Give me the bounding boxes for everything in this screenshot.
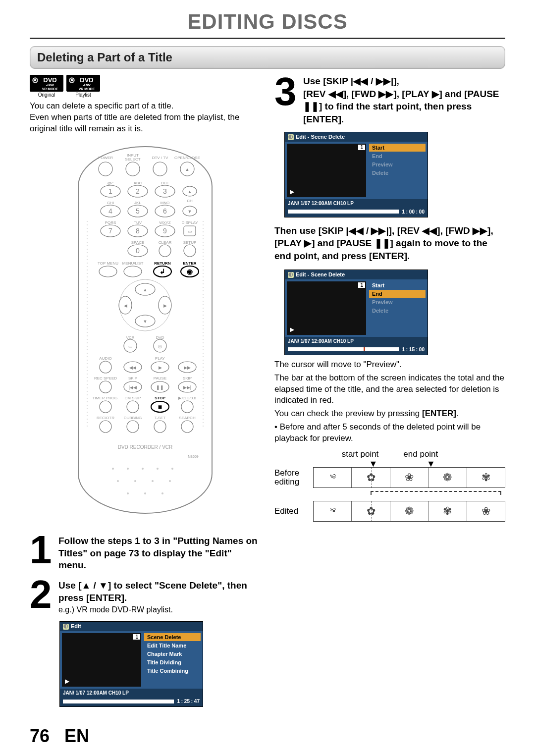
end-point-label: end point [403, 449, 438, 459]
svg-text:▲: ▲ [143, 287, 148, 292]
svg-text:▲: ▲ [185, 167, 190, 172]
step-3-number: 3 [274, 75, 298, 126]
svg-point-53 [159, 245, 171, 257]
svg-text:▼: ▼ [188, 209, 192, 214]
play-icon: ▶ [290, 326, 294, 333]
svg-point-130 [161, 492, 163, 494]
svg-text:5: 5 [136, 207, 140, 215]
svg-point-60 [124, 266, 142, 277]
disc-icon [288, 134, 294, 140]
svg-point-120 [127, 468, 129, 470]
start-point-label: start point [342, 449, 379, 459]
svg-point-113 [100, 421, 111, 432]
svg-text:DUBBING: DUBBING [124, 416, 142, 420]
svg-text:▭: ▭ [188, 229, 192, 234]
opt-preview: Preview [369, 161, 426, 168]
svg-point-122 [157, 468, 159, 470]
editing-diagram: start point end point ▼ ▼ Before editing… [274, 449, 505, 522]
osd-preview: 1 ▶ [62, 633, 141, 687]
osd-time: 1 : 15 : 00 [402, 347, 425, 352]
svg-text:▶: ▶ [159, 365, 162, 370]
svg-point-126 [152, 480, 154, 482]
after-text-4: • Before and after 5 seconds of the dele… [274, 422, 505, 444]
svg-point-119 [112, 468, 114, 470]
svg-text:DEF: DEF [161, 181, 169, 185]
svg-point-108 [181, 401, 193, 413]
svg-point-104 [100, 401, 111, 413]
svg-point-5 [126, 162, 140, 176]
opt-start: Start [369, 281, 426, 289]
svg-point-54 [184, 245, 196, 257]
step-1-number: 1 [30, 533, 54, 572]
svg-point-8 [153, 162, 167, 176]
svg-point-121 [142, 468, 144, 470]
svg-text:REC/OTR: REC/OTR [97, 416, 114, 420]
after-text-1: The cursor will move to "Preview". [274, 359, 505, 371]
svg-text:POWER: POWER [98, 156, 113, 160]
osd-time: 1 : 25 : 47 [177, 699, 200, 704]
svg-text:MENU/LIST: MENU/LIST [122, 261, 144, 266]
edited-label: Edited [274, 507, 313, 516]
svg-text:0: 0 [136, 247, 140, 255]
osd-scene-delete-start: Edit - Scene Delete 1 ▶ Start End Previe… [284, 132, 428, 217]
svg-text:❚❚: ❚❚ [156, 385, 164, 390]
dvd-badge-playlist: DVD -RW VR MODE [66, 75, 100, 92]
step-1-text: Follow the steps 1 to 3 in "Putting Name… [58, 533, 261, 572]
svg-text:8: 8 [136, 227, 140, 235]
svg-text:NB659: NB659 [188, 455, 199, 458]
osd-progress-bar [288, 347, 399, 351]
step-3-text: Use [SKIP |◀◀ / ▶▶|], [REV ◀◀], [FWD ▶▶]… [303, 75, 505, 126]
svg-text:T-SET: T-SET [155, 416, 166, 420]
play-icon: ▶ [65, 678, 69, 685]
opt-delete: Delete [369, 307, 426, 315]
svg-point-124 [117, 480, 119, 482]
svg-text:CH: CH [187, 199, 193, 203]
osd-progress-bar [288, 210, 399, 214]
svg-text:TIMER PROG.: TIMER PROG. [93, 396, 119, 400]
osd-time: 1 : 00 : 00 [402, 209, 425, 215]
svg-text:PQRS: PQRS [105, 220, 116, 225]
step-3: 3 Use [SKIP |◀◀ / ▶▶|], [REV ◀◀], [FWD ▶… [274, 75, 505, 126]
svg-text:TUV: TUV [134, 220, 142, 225]
left-column: DVD -RW VR MODE Original DVD -RW VR MODE… [30, 75, 261, 711]
svg-point-93 [100, 381, 111, 393]
opt-start: Start [369, 144, 426, 152]
svg-text:▭: ▭ [128, 344, 133, 349]
osd-edit-menu: Edit 1 ▶ Scene Delete Edit Title Name Ch… [59, 621, 203, 707]
svg-text:▶▶|: ▶▶| [183, 385, 191, 390]
svg-text:REC SPEED: REC SPEED [94, 376, 117, 380]
osd-info: JAN/ 1/07 12:00AM CH10 LP [285, 199, 428, 208]
svg-text:◉: ◉ [187, 268, 193, 275]
svg-text:7: 7 [108, 227, 112, 235]
svg-text:ABC: ABC [134, 181, 142, 185]
osd-info: JAN/ 1/07 12:00AM CH10 LP [60, 689, 203, 697]
svg-point-105 [127, 401, 139, 413]
opt-preview: Preview [369, 298, 426, 306]
step-2: 2 Use [▲ / ▼] to select "Scene Delete", … [30, 578, 261, 615]
page-footer: 76 EN [30, 726, 505, 747]
svg-text:@/:: @/: [107, 181, 114, 185]
svg-text:▲: ▲ [188, 189, 192, 194]
opt-scene-delete: Scene Delete [144, 633, 201, 641]
svg-text:PLAY: PLAY [155, 356, 165, 361]
remote-illustration: .btn-o{fill:#fff;stroke:#777;stroke-widt… [30, 142, 261, 520]
step-2-subtext: e.g.) VR mode DVD-RW playlist. [58, 605, 261, 615]
svg-point-59 [99, 266, 117, 277]
svg-text:2: 2 [136, 187, 140, 195]
opt-edit-title-name: Edit Title Name [144, 642, 201, 649]
opt-chapter-mark: Chapter Mark [144, 650, 201, 658]
svg-text:◎: ◎ [158, 344, 162, 349]
svg-text:GHI: GHI [107, 201, 114, 205]
play-icon: ▶ [290, 188, 294, 195]
svg-text:9: 9 [163, 227, 167, 235]
svg-text:◀: ◀ [124, 303, 127, 308]
right-column: 3 Use [SKIP |◀◀ / ▶▶|], [REV ◀◀], [FWD ▶… [274, 75, 505, 711]
dvd-badge-original: DVD -RW VR MODE [30, 75, 63, 92]
svg-text:TOP MENU: TOP MENU [98, 261, 118, 266]
intro-text: You can delete a specific part of a titl… [30, 101, 261, 135]
svg-text:CM SKIP: CM SKIP [125, 396, 141, 400]
svg-text:DISPLAY: DISPLAY [181, 220, 198, 225]
dvd-badges: DVD -RW VR MODE Original DVD -RW VR MODE… [30, 75, 261, 98]
svg-text:6: 6 [163, 207, 167, 215]
svg-text:↲: ↲ [160, 268, 165, 275]
